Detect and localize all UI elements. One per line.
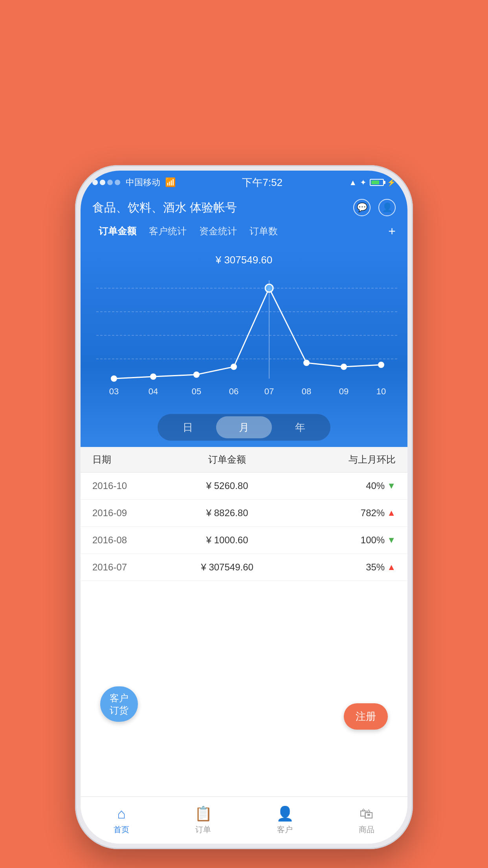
table-row: 2016-10 ¥ 5260.80 40% ▼ [81, 473, 407, 500]
svg-text:04: 04 [149, 386, 158, 396]
svg-text:05: 05 [192, 386, 201, 396]
th-date: 日期 [92, 453, 160, 466]
svg-point-7 [194, 372, 199, 377]
location-icon: ▲ [349, 178, 357, 187]
chart-svg-wrapper: 03 04 05 06 07 08 09 10 [81, 272, 407, 408]
td-change-2: 782% ▲ [295, 508, 396, 519]
signal-dot-4 [115, 180, 120, 185]
float-register-button[interactable]: 注册 [344, 703, 388, 730]
phone-mockup: 中国移动 📶 下午7:52 ▲ ✦ ⚡ [75, 165, 413, 849]
td-change-4: 35% ▲ [295, 562, 396, 573]
table-row: 2016-09 ¥ 8826.80 782% ▲ [81, 500, 407, 527]
td-date-3: 2016-08 [92, 535, 160, 546]
store-name-label: 食品、饮料、酒水 体验帐号 [92, 200, 237, 216]
td-date-4: 2016-07 [92, 562, 160, 573]
line-chart: 03 04 05 06 07 08 09 10 [84, 272, 407, 406]
carrier-label: 中国移动 [126, 177, 160, 188]
th-change: 与上月环比 [295, 453, 396, 466]
svg-point-8 [231, 364, 237, 370]
nav-label-products: 商品 [359, 824, 374, 835]
status-bar: 中国移动 📶 下午7:52 ▲ ✦ ⚡ [81, 171, 407, 194]
svg-point-5 [111, 376, 117, 381]
nav-item-products[interactable]: 🛍 商品 [326, 797, 407, 844]
signal-dot-1 [92, 180, 98, 185]
svg-text:03: 03 [109, 386, 119, 396]
toggle-day[interactable]: 日 [160, 416, 216, 438]
td-change-3: 100% ▼ [295, 535, 396, 546]
orders-icon: 📋 [194, 805, 212, 822]
svg-point-6 [150, 374, 156, 379]
td-change-1: 40% ▼ [295, 480, 396, 491]
chart-area: ¥ 307549.60 [81, 246, 407, 447]
svg-text:07: 07 [264, 386, 274, 396]
tab-order-amount[interactable]: 订单金额 [92, 223, 143, 240]
charging-icon: ⚡ [387, 178, 396, 187]
home-icon: ⌂ [117, 805, 126, 822]
th-amount: 订单金额 [160, 453, 295, 466]
nav-header: 食品、饮料、酒水 体验帐号 💬 👤 订单金额 客户统计 资金统计 订单数 + [81, 194, 407, 246]
toggle-month[interactable]: 月 [216, 416, 272, 438]
tab-order-count[interactable]: 订单数 [243, 223, 284, 240]
customers-icon: 👤 [276, 805, 294, 822]
tab-customer-stats[interactable]: 客户统计 [143, 223, 193, 240]
td-amount-3: ¥ 1000.60 [160, 535, 295, 546]
nav-label-customers: 客户 [277, 824, 293, 835]
td-amount-4: ¥ 307549.60 [160, 562, 295, 573]
td-date-1: 2016-10 [92, 480, 160, 491]
svg-text:06: 06 [229, 386, 238, 396]
user-icon[interactable]: 👤 [378, 199, 396, 216]
chart-selected-value: ¥ 307549.60 [81, 254, 407, 266]
float-customer-button[interactable]: 客户订货 [100, 686, 138, 722]
svg-text:08: 08 [302, 386, 311, 396]
svg-point-9 [265, 284, 273, 292]
tab-fund-stats[interactable]: 资金统计 [193, 223, 243, 240]
svg-point-12 [378, 362, 384, 368]
table-row: 2016-07 ¥ 307549.60 35% ▲ [81, 554, 407, 581]
bluetooth-icon: ✦ [360, 178, 367, 187]
signal-dot-3 [107, 180, 113, 185]
time-toggle: 日 月 年 [81, 414, 407, 441]
svg-point-11 [341, 364, 347, 370]
trend-down-icon-1: ▼ [387, 481, 396, 491]
toggle-year[interactable]: 年 [272, 416, 328, 438]
td-amount-2: ¥ 8826.80 [160, 508, 295, 519]
bottom-nav: ⌂ 首页 📋 订单 👤 客户 🛍 商品 [81, 796, 407, 844]
tab-add-button[interactable]: + [388, 224, 396, 239]
svg-text:09: 09 [339, 386, 349, 396]
signal-dot-2 [100, 180, 105, 185]
products-icon: 🛍 [360, 805, 374, 822]
tabs-row: 订单金额 客户统计 资金统计 订单数 + [92, 223, 396, 240]
status-time: 下午7:52 [242, 176, 283, 189]
table-header: 日期 订单金额 与上月环比 [81, 447, 407, 473]
svg-point-10 [304, 360, 309, 366]
nav-label-orders: 订单 [195, 824, 211, 835]
nav-label-home: 首页 [114, 824, 129, 835]
table-row: 2016-08 ¥ 1000.60 100% ▼ [81, 527, 407, 554]
td-amount-1: ¥ 5260.80 [160, 480, 295, 491]
trend-up-icon-2: ▲ [387, 508, 396, 518]
td-date-2: 2016-09 [92, 508, 160, 519]
message-icon[interactable]: 💬 [353, 199, 371, 216]
trend-down-icon-3: ▼ [387, 535, 396, 545]
svg-text:10: 10 [376, 386, 386, 396]
battery-icon [370, 179, 384, 186]
nav-item-orders[interactable]: 📋 订单 [162, 797, 244, 844]
nav-item-customers[interactable]: 👤 客户 [244, 797, 326, 844]
wifi-icon: 📶 [165, 177, 176, 188]
data-table: 日期 订单金额 与上月环比 2016-10 ¥ 5260.80 40% ▼ 20… [81, 447, 407, 796]
nav-item-home[interactable]: ⌂ 首页 [81, 797, 162, 844]
trend-up-icon-4: ▲ [387, 562, 396, 572]
